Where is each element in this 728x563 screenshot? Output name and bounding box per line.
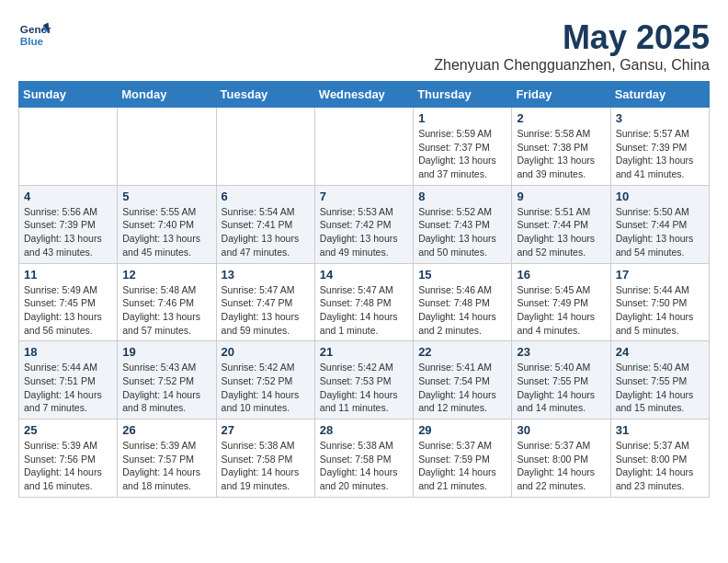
day-info: Sunrise: 5:50 AM Sunset: 7:44 PM Dayligh… — [616, 205, 704, 259]
day-number: 4 — [24, 190, 112, 203]
day-info: Sunrise: 5:37 AM Sunset: 7:59 PM Dayligh… — [418, 439, 506, 493]
day-info: Sunrise: 5:41 AM Sunset: 7:54 PM Dayligh… — [418, 361, 506, 415]
day-number: 15 — [418, 268, 506, 282]
day-cell: 8Sunrise: 5:52 AM Sunset: 7:43 PM Daylig… — [414, 185, 512, 263]
week-row-3: 11Sunrise: 5:49 AM Sunset: 7:45 PM Dayli… — [19, 263, 710, 341]
day-number: 6 — [222, 190, 310, 203]
day-number: 24 — [616, 345, 704, 359]
day-cell: 11Sunrise: 5:49 AM Sunset: 7:45 PM Dayli… — [19, 263, 118, 341]
day-info: Sunrise: 5:47 AM Sunset: 7:48 PM Dayligh… — [320, 283, 408, 338]
day-number: 2 — [517, 111, 605, 125]
day-info: Sunrise: 5:55 AM Sunset: 7:40 PM Dayligh… — [122, 205, 210, 259]
day-info: Sunrise: 5:37 AM Sunset: 8:00 PM Dayligh… — [517, 439, 605, 493]
day-cell: 26Sunrise: 5:39 AM Sunset: 7:57 PM Dayli… — [118, 419, 216, 498]
day-info: Sunrise: 5:42 AM Sunset: 7:53 PM Dayligh… — [320, 361, 408, 415]
day-cell — [314, 108, 413, 186]
day-info: Sunrise: 5:57 AM Sunset: 7:39 PM Dayligh… — [616, 127, 704, 181]
day-info: Sunrise: 5:56 AM Sunset: 7:39 PM Dayligh… — [24, 205, 112, 259]
day-cell: 25Sunrise: 5:39 AM Sunset: 7:56 PM Dayli… — [19, 419, 118, 498]
weekday-header-sunday: Sunday — [19, 82, 118, 108]
month-title: May 2025 — [434, 18, 710, 57]
day-info: Sunrise: 5:38 AM Sunset: 7:58 PM Dayligh… — [320, 439, 408, 493]
day-cell: 18Sunrise: 5:44 AM Sunset: 7:51 PM Dayli… — [19, 341, 118, 419]
day-number: 29 — [418, 423, 506, 437]
day-cell: 17Sunrise: 5:44 AM Sunset: 7:50 PM Dayli… — [610, 263, 709, 341]
day-cell: 5Sunrise: 5:55 AM Sunset: 7:40 PM Daylig… — [118, 185, 216, 263]
day-number: 13 — [222, 268, 310, 282]
day-info: Sunrise: 5:40 AM Sunset: 7:55 PM Dayligh… — [517, 361, 605, 415]
logo-icon: General Blue — [18, 18, 51, 52]
day-info: Sunrise: 5:39 AM Sunset: 7:56 PM Dayligh… — [24, 439, 112, 493]
week-row-1: 1Sunrise: 5:59 AM Sunset: 7:37 PM Daylig… — [19, 108, 710, 186]
day-number: 31 — [616, 423, 704, 437]
day-cell: 2Sunrise: 5:58 AM Sunset: 7:38 PM Daylig… — [512, 108, 610, 186]
day-cell: 15Sunrise: 5:46 AM Sunset: 7:48 PM Dayli… — [414, 263, 512, 341]
day-info: Sunrise: 5:43 AM Sunset: 7:52 PM Dayligh… — [122, 361, 210, 415]
day-info: Sunrise: 5:58 AM Sunset: 7:38 PM Dayligh… — [517, 127, 605, 181]
day-info: Sunrise: 5:47 AM Sunset: 7:47 PM Dayligh… — [222, 283, 310, 338]
day-number: 14 — [320, 268, 408, 282]
day-info: Sunrise: 5:38 AM Sunset: 7:58 PM Dayligh… — [222, 439, 310, 493]
page-header: General Blue May 2025 Zhenyuan Chengguan… — [18, 18, 710, 74]
day-number: 1 — [418, 111, 506, 125]
day-number: 12 — [122, 268, 210, 282]
day-cell: 14Sunrise: 5:47 AM Sunset: 7:48 PM Dayli… — [314, 263, 413, 341]
day-info: Sunrise: 5:40 AM Sunset: 7:55 PM Dayligh… — [616, 361, 704, 415]
day-info: Sunrise: 5:52 AM Sunset: 7:43 PM Dayligh… — [418, 205, 506, 259]
day-number: 25 — [24, 423, 112, 437]
day-cell: 28Sunrise: 5:38 AM Sunset: 7:58 PM Dayli… — [314, 419, 413, 498]
day-number: 22 — [418, 345, 506, 359]
calendar-table: SundayMondayTuesdayWednesdayThursdayFrid… — [18, 81, 710, 498]
location-title: Zhenyuan Chengguanzhen, Gansu, China — [434, 57, 710, 74]
day-cell: 13Sunrise: 5:47 AM Sunset: 7:47 PM Dayli… — [216, 263, 314, 341]
day-number: 20 — [222, 345, 310, 359]
week-row-5: 25Sunrise: 5:39 AM Sunset: 7:56 PM Dayli… — [19, 419, 710, 498]
day-info: Sunrise: 5:37 AM Sunset: 8:00 PM Dayligh… — [616, 439, 704, 493]
day-number: 19 — [122, 345, 210, 359]
day-cell — [216, 108, 314, 186]
day-info: Sunrise: 5:39 AM Sunset: 7:57 PM Dayligh… — [122, 439, 210, 493]
day-cell: 22Sunrise: 5:41 AM Sunset: 7:54 PM Dayli… — [414, 341, 512, 419]
svg-text:Blue: Blue — [20, 35, 44, 47]
day-info: Sunrise: 5:46 AM Sunset: 7:48 PM Dayligh… — [418, 283, 506, 338]
weekday-header-saturday: Saturday — [610, 82, 709, 108]
day-cell: 29Sunrise: 5:37 AM Sunset: 7:59 PM Dayli… — [414, 419, 512, 498]
day-number: 23 — [517, 345, 605, 359]
day-info: Sunrise: 5:48 AM Sunset: 7:46 PM Dayligh… — [122, 283, 210, 338]
weekday-header-wednesday: Wednesday — [314, 82, 413, 108]
day-cell: 19Sunrise: 5:43 AM Sunset: 7:52 PM Dayli… — [118, 341, 216, 419]
day-number: 18 — [24, 345, 112, 359]
day-cell: 20Sunrise: 5:42 AM Sunset: 7:52 PM Dayli… — [216, 341, 314, 419]
day-number: 11 — [24, 268, 112, 282]
day-cell: 3Sunrise: 5:57 AM Sunset: 7:39 PM Daylig… — [610, 108, 709, 186]
weekday-header-friday: Friday — [512, 82, 610, 108]
day-number: 30 — [517, 423, 605, 437]
day-number: 9 — [517, 190, 605, 203]
day-cell: 30Sunrise: 5:37 AM Sunset: 8:00 PM Dayli… — [512, 419, 610, 498]
day-number: 10 — [616, 190, 704, 203]
day-number: 3 — [616, 111, 704, 125]
day-info: Sunrise: 5:44 AM Sunset: 7:51 PM Dayligh… — [24, 361, 112, 415]
day-number: 8 — [418, 190, 506, 203]
day-cell: 4Sunrise: 5:56 AM Sunset: 7:39 PM Daylig… — [19, 185, 118, 263]
day-cell: 1Sunrise: 5:59 AM Sunset: 7:37 PM Daylig… — [414, 108, 512, 186]
day-number: 26 — [122, 423, 210, 437]
logo: General Blue — [18, 18, 55, 52]
day-info: Sunrise: 5:53 AM Sunset: 7:42 PM Dayligh… — [320, 205, 408, 259]
day-number: 7 — [320, 190, 408, 203]
week-row-4: 18Sunrise: 5:44 AM Sunset: 7:51 PM Dayli… — [19, 341, 710, 419]
day-cell: 10Sunrise: 5:50 AM Sunset: 7:44 PM Dayli… — [610, 185, 709, 263]
day-cell: 23Sunrise: 5:40 AM Sunset: 7:55 PM Dayli… — [512, 341, 610, 419]
day-number: 21 — [320, 345, 408, 359]
weekday-header-monday: Monday — [118, 82, 216, 108]
day-number: 17 — [616, 268, 704, 282]
weekday-header-thursday: Thursday — [414, 82, 512, 108]
day-info: Sunrise: 5:42 AM Sunset: 7:52 PM Dayligh… — [222, 361, 310, 415]
day-number: 28 — [320, 423, 408, 437]
weekday-header-tuesday: Tuesday — [216, 82, 314, 108]
day-cell: 6Sunrise: 5:54 AM Sunset: 7:41 PM Daylig… — [216, 185, 314, 263]
day-number: 5 — [122, 190, 210, 203]
day-cell: 12Sunrise: 5:48 AM Sunset: 7:46 PM Dayli… — [118, 263, 216, 341]
week-row-2: 4Sunrise: 5:56 AM Sunset: 7:39 PM Daylig… — [19, 185, 710, 263]
day-cell: 21Sunrise: 5:42 AM Sunset: 7:53 PM Dayli… — [314, 341, 413, 419]
